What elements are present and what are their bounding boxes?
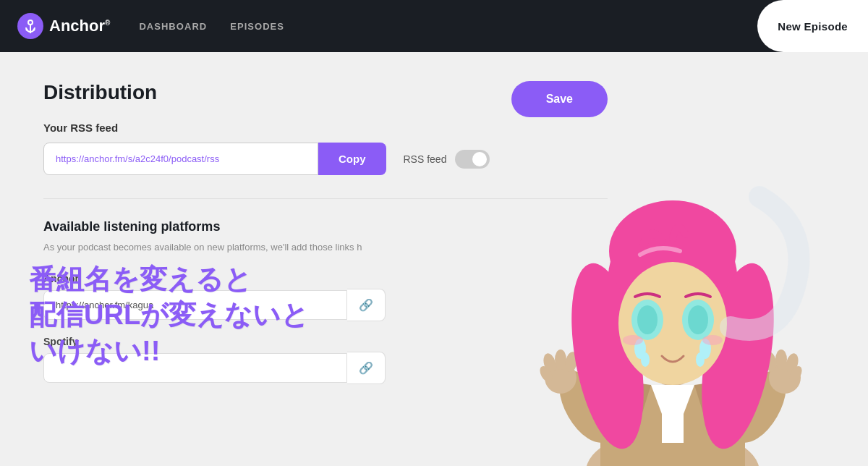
rss-feed-toggle[interactable] — [455, 150, 490, 169]
svg-point-31 — [688, 305, 708, 334]
svg-point-35 — [702, 335, 723, 345]
rss-feed-toggle-row: RSS feed — [404, 150, 490, 169]
svg-point-29 — [641, 352, 650, 367]
svg-point-10 — [555, 350, 566, 370]
nav-episodes[interactable]: EPISODES — [230, 21, 284, 32]
platform-anchor-input[interactable] — [43, 290, 347, 320]
logo-area: Anchor® — [17, 13, 110, 39]
logo-text: Anchor® — [49, 17, 110, 35]
header: Anchor® DASHBOARD EPISODES New Episode — [0, 0, 868, 52]
character-illustration — [506, 139, 839, 466]
nav-dashboard[interactable]: DASHBOARD — [139, 21, 207, 32]
svg-point-27 — [637, 305, 658, 334]
rss-label: Your RSS feed — [43, 122, 608, 134]
platform-anchor-link-button[interactable]: 🔗 — [347, 289, 386, 321]
anchor-logo-icon — [17, 13, 43, 39]
platform-spotify-link-button[interactable]: 🔗 — [347, 352, 386, 384]
platform-spotify-input[interactable] — [43, 353, 347, 383]
rss-input[interactable] — [43, 143, 318, 175]
rss-feed-label: RSS feed — [404, 153, 447, 165]
nav: DASHBOARD EPISODES — [139, 21, 284, 32]
svg-rect-4 — [662, 385, 684, 443]
svg-point-16 — [775, 350, 787, 370]
save-button[interactable]: Save — [511, 81, 608, 117]
svg-point-33 — [696, 352, 705, 367]
new-episode-button[interactable]: New Episode — [757, 0, 868, 52]
svg-point-0 — [28, 20, 33, 25]
svg-point-34 — [623, 335, 643, 345]
copy-button[interactable]: Copy — [318, 143, 386, 175]
